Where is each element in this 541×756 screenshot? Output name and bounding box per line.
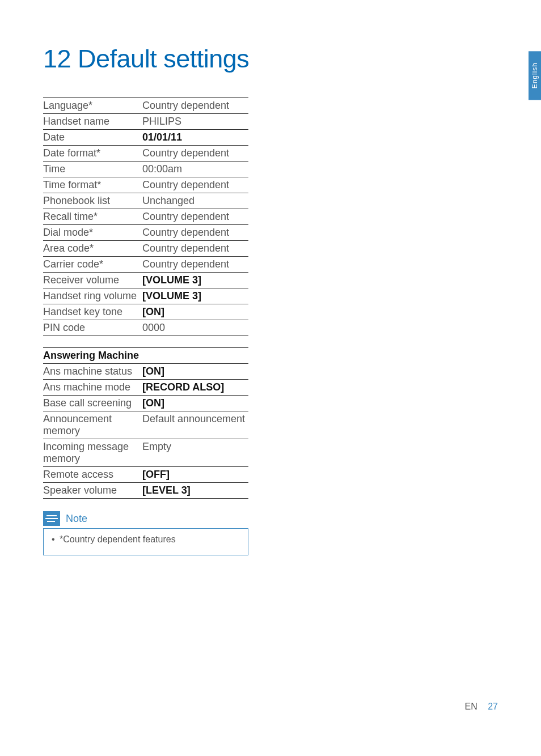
- setting-value: Default announcement: [142, 411, 248, 439]
- table-row: Area code*Country dependent: [43, 241, 248, 257]
- setting-value: Country dependent: [142, 225, 248, 241]
- table-row: Language*Country dependent: [43, 98, 248, 114]
- setting-label: Date format*: [43, 146, 142, 162]
- table-row: Time00:00am: [43, 162, 248, 177]
- section-header: Answering Machine: [43, 348, 248, 364]
- setting-value: [LEVEL 3]: [142, 483, 248, 499]
- setting-label: Announcement memory: [43, 411, 142, 439]
- table-row: Speaker volume[LEVEL 3]: [43, 483, 248, 499]
- setting-value: 01/01/11: [142, 130, 248, 146]
- table-row: Dial mode*Country dependent: [43, 225, 248, 241]
- table-row: Remote access[OFF]: [43, 467, 248, 483]
- chapter-title: 12 Default settings: [43, 44, 498, 74]
- table-row: Base call screening[ON]: [43, 396, 248, 411]
- setting-label: Remote access: [43, 467, 142, 483]
- setting-value: Country dependent: [142, 257, 248, 273]
- table-row: Handset key tone[ON]: [43, 304, 248, 320]
- table-row: Incoming message memoryEmpty: [43, 439, 248, 467]
- table-row: Recall time*Country dependent: [43, 209, 248, 225]
- language-side-tab: English: [529, 51, 541, 100]
- setting-value: PHILIPS: [142, 114, 248, 130]
- setting-label: Recall time*: [43, 209, 142, 225]
- page-footer: EN 27: [465, 702, 498, 712]
- setting-value: Country dependent: [142, 98, 248, 114]
- section-header-row: Answering Machine: [43, 348, 248, 364]
- note-header: Note: [43, 511, 248, 529]
- setting-value: [OFF]: [142, 467, 248, 483]
- table-row: Receiver volume[VOLUME 3]: [43, 273, 248, 288]
- table-row: Handset ring volume[VOLUME 3]: [43, 288, 248, 304]
- setting-label: Receiver volume: [43, 273, 142, 288]
- table-row: Time format*Country dependent: [43, 177, 248, 193]
- setting-label: Dial mode*: [43, 225, 142, 241]
- setting-label: Incoming message memory: [43, 439, 142, 467]
- table-row: Carrier code*Country dependent: [43, 257, 248, 273]
- setting-label: Ans machine status: [43, 364, 142, 380]
- table-row: Date format*Country dependent: [43, 146, 248, 162]
- setting-label: Base call screening: [43, 396, 142, 411]
- setting-label: Time: [43, 162, 142, 177]
- setting-label: Ans machine mode: [43, 380, 142, 396]
- table-row: Ans machine status[ON]: [43, 364, 248, 380]
- setting-label: Language*: [43, 98, 142, 114]
- setting-value: [VOLUME 3]: [142, 273, 248, 288]
- note-body: *Country dependent features: [43, 529, 248, 555]
- settings-table-answering: Answering Machine Ans machine status[ON]…: [43, 347, 248, 499]
- setting-label: Time format*: [43, 177, 142, 193]
- setting-value: [ON]: [142, 364, 248, 380]
- setting-value: Unchanged: [142, 193, 248, 209]
- setting-value: 00:00am: [142, 162, 248, 177]
- setting-value: Country dependent: [142, 241, 248, 257]
- setting-label: Carrier code*: [43, 257, 142, 273]
- page-content: 12 Default settings Language*Country dep…: [0, 0, 541, 555]
- setting-label: PIN code: [43, 320, 142, 336]
- setting-label: Handset key tone: [43, 304, 142, 320]
- setting-value: 0000: [142, 320, 248, 336]
- setting-value: [RECORD ALSO]: [142, 380, 248, 396]
- setting-label: Handset name: [43, 114, 142, 130]
- note-icon: [43, 511, 60, 526]
- setting-value: [ON]: [142, 396, 248, 411]
- setting-label: Speaker volume: [43, 483, 142, 499]
- table-row: PIN code0000: [43, 320, 248, 336]
- table-row: Announcement memoryDefault announcement: [43, 411, 248, 439]
- setting-value: [VOLUME 3]: [142, 288, 248, 304]
- setting-value: [ON]: [142, 304, 248, 320]
- note-label: Note: [66, 513, 87, 525]
- table-row: Handset namePHILIPS: [43, 114, 248, 130]
- setting-value: Empty: [142, 439, 248, 467]
- table-row: Phonebook listUnchanged: [43, 193, 248, 209]
- setting-value: Country dependent: [142, 209, 248, 225]
- note-box: Note *Country dependent features: [43, 511, 248, 555]
- setting-value: Country dependent: [142, 177, 248, 193]
- setting-label: Phonebook list: [43, 193, 142, 209]
- setting-label: Date: [43, 130, 142, 146]
- footer-page-number: 27: [488, 702, 498, 711]
- setting-label: Handset ring volume: [43, 288, 142, 304]
- table-row: Ans machine mode[RECORD ALSO]: [43, 380, 248, 396]
- setting-label: Area code*: [43, 241, 142, 257]
- note-text: *Country dependent features: [52, 534, 240, 545]
- table-row: Date01/01/11: [43, 130, 248, 146]
- settings-table-main: Language*Country dependent Handset nameP…: [43, 97, 248, 336]
- setting-value: Country dependent: [142, 146, 248, 162]
- footer-lang: EN: [465, 702, 477, 711]
